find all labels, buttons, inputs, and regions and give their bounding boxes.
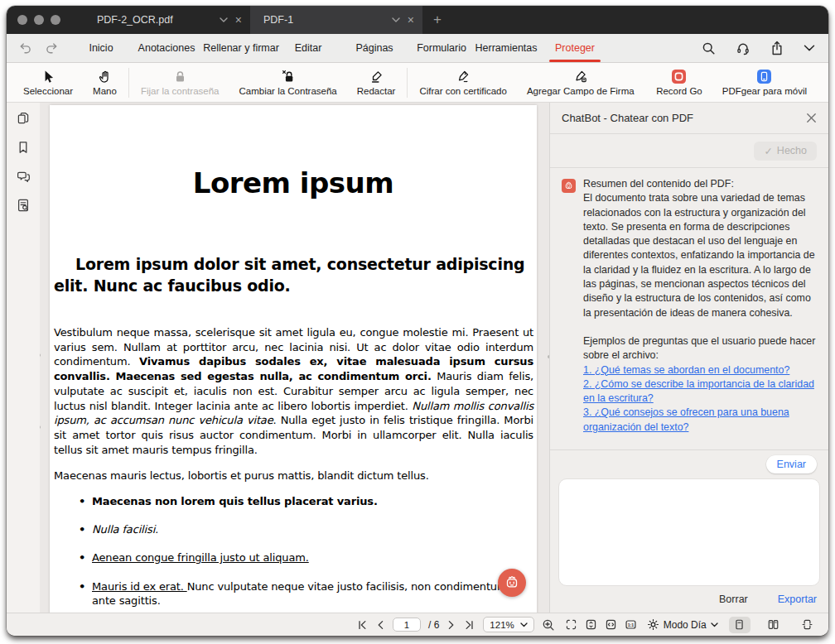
select-tool-button[interactable]: Seleccionar xyxy=(13,69,83,96)
doc-bullet-item: Nulla facilisi. xyxy=(79,522,529,537)
export-button[interactable]: Exportar xyxy=(778,594,817,605)
menu-item-rellenar-y-firmar[interactable]: Rellenar y firmar xyxy=(203,42,279,54)
close-tab-icon[interactable]: × xyxy=(408,14,414,26)
record-go-button[interactable]: Record Go xyxy=(646,69,712,96)
chevron-down-icon[interactable] xyxy=(392,17,400,22)
chatbot-floating-button[interactable] xyxy=(498,569,526,597)
question-link-3[interactable]: 3. ¿Qué consejos se ofrecen para una bue… xyxy=(583,406,789,432)
day-mode-label: Modo Día xyxy=(664,619,707,631)
search-icon[interactable] xyxy=(702,41,716,55)
doc-title: Lorem ipsum xyxy=(50,166,537,199)
chat-input[interactable] xyxy=(558,478,820,586)
sidebar-resize-handle[interactable] xyxy=(40,425,41,429)
document-tab-pdf2ocr[interactable]: PDF-2_OCR.pdf × xyxy=(72,6,250,34)
pdfgear-mobile-button[interactable]: PDFgear para móvil xyxy=(712,69,817,96)
marker-icon xyxy=(369,69,384,84)
bot-message: Resumen del contenido del PDF: El docume… xyxy=(562,177,817,320)
hand-tool-button[interactable]: Mano xyxy=(83,69,127,96)
first-page-icon[interactable] xyxy=(356,619,368,631)
active-tab-underline xyxy=(549,60,601,62)
toolbar-label: Cifrar con certificado xyxy=(419,86,506,96)
zoom-window-button[interactable] xyxy=(51,15,60,25)
change-password-button[interactable]: Cambiar la Contraseña xyxy=(229,69,346,96)
doc-paragraph: Vestibulum neque massa, scelerisque sit … xyxy=(54,325,533,457)
last-page-icon[interactable] xyxy=(464,619,475,631)
bot-message-text: Resumen del contenido del PDF: El docume… xyxy=(583,177,817,320)
search-document-icon[interactable] xyxy=(16,198,31,213)
questions-intro: Ejemplos de preguntas que el usuario pue… xyxy=(583,334,817,363)
menu-item-herramientas[interactable]: Herramientas xyxy=(475,42,537,54)
record-go-icon xyxy=(672,69,686,84)
menu-item-proteger-active[interactable]: Proteger xyxy=(555,42,595,54)
document-tab-pdf1-active[interactable]: PDF-1 × xyxy=(250,6,422,34)
doc-bullet-item: Aenean congue fringilla justo ut aliquam… xyxy=(79,550,529,565)
chevron-down-icon xyxy=(711,622,718,627)
panel-resize-handle[interactable] xyxy=(548,355,549,358)
minimize-window-button[interactable] xyxy=(34,15,44,25)
menu-item-editar[interactable]: Editar xyxy=(295,42,322,54)
protect-toolbar: Seleccionar Mano Fijar la contraseña Cam… xyxy=(7,63,828,103)
question-link-2[interactable]: 2. ¿Cómo se describe la importancia de l… xyxy=(583,378,814,404)
page-total: / 6 xyxy=(428,619,439,631)
zoom-in-icon[interactable] xyxy=(542,618,555,632)
menu-item-paginas[interactable]: Páginas xyxy=(355,42,393,54)
share-icon[interactable] xyxy=(770,41,784,55)
doc-subtitle: Lorem ipsum dolor sit amet, consectetur … xyxy=(54,253,533,296)
lock-x-icon xyxy=(281,69,295,84)
two-page-view-button[interactable] xyxy=(763,617,784,633)
toolbar-label: Agregar Campo de Firma xyxy=(527,86,635,96)
document-viewport[interactable]: Lorem ipsum Lorem ipsum dolor sit amet, … xyxy=(40,103,549,613)
toolbar-separator xyxy=(407,68,408,98)
done-button-disabled[interactable]: ✓ Hecho xyxy=(754,142,817,161)
ribbon-menu: Inicio Anotaciones Rellenar y firmar Edi… xyxy=(7,34,828,63)
doc-bullet-item: Maecenas non lorem quis tellus placerat … xyxy=(79,494,529,509)
fit-width-icon[interactable] xyxy=(605,618,617,631)
collapse-ribbon-chevron-icon[interactable] xyxy=(804,45,815,51)
page-thumbnails-icon[interactable] xyxy=(16,111,31,126)
redact-button[interactable]: Redactar xyxy=(347,69,406,96)
close-panel-icon[interactable] xyxy=(806,113,817,123)
robot-avatar-icon xyxy=(562,179,576,193)
new-tab-button[interactable]: + xyxy=(422,6,452,34)
next-page-icon[interactable] xyxy=(446,619,456,631)
support-headset-icon[interactable] xyxy=(736,41,751,55)
chat-messages[interactable]: Resumen del contenido del PDF: El docume… xyxy=(562,168,817,449)
doc-paragraph: Maecenas mauris lectus, lobortis et puru… xyxy=(54,469,429,482)
bookmarks-icon[interactable] xyxy=(16,140,31,155)
fit-screen-icon[interactable] xyxy=(565,618,577,631)
actual-size-icon[interactable]: 1:1 xyxy=(625,618,637,631)
svg-text:1:1: 1:1 xyxy=(627,622,634,627)
continuous-scroll-view-button[interactable] xyxy=(797,617,818,633)
question-link-1[interactable]: 1. ¿Qué temas se abordan en el documento… xyxy=(583,364,789,376)
menu-item-inicio[interactable]: Inicio xyxy=(89,42,113,54)
comments-icon[interactable] xyxy=(16,169,31,184)
chevron-down-icon[interactable] xyxy=(220,17,228,22)
toolbar-label: Record Go xyxy=(656,86,702,96)
tab-label: PDF-1 xyxy=(263,14,384,26)
tab-label: PDF-2_OCR.pdf xyxy=(97,14,212,26)
send-button[interactable]: Enviar xyxy=(766,455,817,473)
encrypt-certificate-button[interactable]: Cifrar con certificado xyxy=(409,69,516,96)
day-mode-toggle[interactable]: Modo Día xyxy=(647,618,718,631)
undo-icon[interactable] xyxy=(18,42,32,55)
close-window-button[interactable] xyxy=(17,15,27,25)
zoom-level-select[interactable]: 121% xyxy=(483,617,533,632)
robot-icon xyxy=(503,574,521,592)
close-tab-icon[interactable]: × xyxy=(235,14,242,26)
add-signature-field-button[interactable]: Agregar Campo de Firma xyxy=(517,69,644,96)
previous-page-icon[interactable] xyxy=(375,619,385,631)
toolbar-label: Redactar xyxy=(357,86,396,96)
single-page-view-button-selected[interactable] xyxy=(729,617,751,633)
sidebar-resize-handle[interactable] xyxy=(40,353,41,357)
titlebar: PDF-2_OCR.pdf × PDF-1 × + xyxy=(7,6,828,34)
menu-item-anotaciones[interactable]: Anotaciones xyxy=(138,42,195,54)
clear-button[interactable]: Borrar xyxy=(719,594,748,605)
page-number-input[interactable] xyxy=(393,618,421,632)
menu-item-formulario[interactable]: Formulario xyxy=(417,42,466,54)
toolbar-label: Seleccionar xyxy=(23,86,73,96)
fit-height-icon[interactable] xyxy=(585,618,597,631)
pdf-page: Lorem ipsum Lorem ipsum dolor sit amet, … xyxy=(50,105,537,613)
mobile-phone-icon xyxy=(757,69,771,84)
set-password-button-disabled[interactable]: Fijar la contraseña xyxy=(131,69,229,96)
redo-icon[interactable] xyxy=(45,42,59,55)
